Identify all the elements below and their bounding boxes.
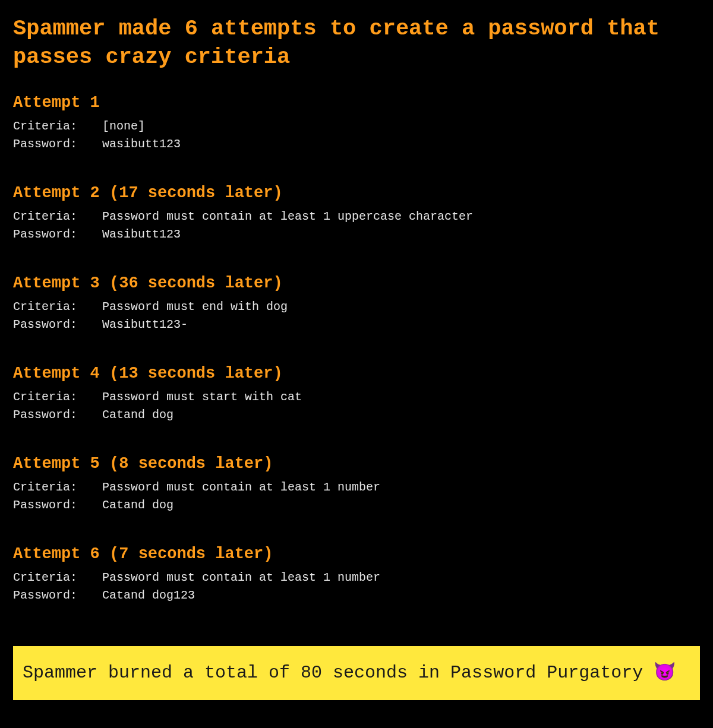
- password-row: Password:Wasibutt123-: [13, 316, 700, 334]
- attempt-heading: Attempt 5 (8 seconds later): [13, 455, 700, 473]
- criteria-label: Criteria:: [13, 388, 102, 406]
- attempt-heading: Attempt 1: [13, 94, 700, 112]
- criteria-value: Password must contain at least 1 upperca…: [102, 208, 700, 226]
- criteria-label: Criteria:: [13, 208, 102, 226]
- attempt-block: Attempt 1Criteria:[none]Password:wasibut…: [13, 94, 700, 153]
- password-value: Catand dog123: [102, 587, 700, 604]
- password-label: Password:: [13, 587, 102, 604]
- criteria-value: [none]: [102, 118, 700, 135]
- attempt-heading: Attempt 3 (36 seconds later): [13, 274, 700, 292]
- criteria-row: Criteria:Password must contain at least …: [13, 208, 700, 226]
- attempt-heading: Attempt 2 (17 seconds later): [13, 184, 700, 202]
- attempts-list: Attempt 1Criteria:[none]Password:wasibut…: [13, 94, 700, 604]
- criteria-row: Criteria:Password must end with dog: [13, 298, 700, 316]
- criteria-value: Password must end with dog: [102, 298, 700, 316]
- attempt-block: Attempt 3 (36 seconds later)Criteria:Pas…: [13, 274, 700, 334]
- attempt-block: Attempt 2 (17 seconds later)Criteria:Pas…: [13, 184, 700, 243]
- criteria-value: Password must contain at least 1 number: [102, 569, 700, 587]
- criteria-label: Criteria:: [13, 298, 102, 316]
- password-value: Wasibutt123: [102, 226, 700, 243]
- password-label: Password:: [13, 496, 102, 514]
- password-row: Password:Catand dog123: [13, 587, 700, 604]
- password-label: Password:: [13, 135, 102, 153]
- password-row: Password:Catand dog: [13, 496, 700, 514]
- password-label: Password:: [13, 226, 102, 243]
- attempt-block: Attempt 5 (8 seconds later)Criteria:Pass…: [13, 455, 700, 514]
- password-label: Password:: [13, 406, 102, 424]
- password-value: Wasibutt123-: [102, 316, 700, 334]
- password-row: Password:Catand dog: [13, 406, 700, 424]
- password-value: Catand dog: [102, 406, 700, 424]
- criteria-label: Criteria:: [13, 118, 102, 135]
- criteria-value: Password must contain at least 1 number: [102, 479, 700, 496]
- password-value: wasibutt123: [102, 135, 700, 153]
- password-value: Catand dog: [102, 496, 700, 514]
- summary-text: Spammer burned a total of 80 seconds in …: [23, 663, 654, 683]
- summary-box: Spammer burned a total of 80 seconds in …: [13, 646, 700, 700]
- criteria-row: Criteria:Password must contain at least …: [13, 479, 700, 496]
- attempt-heading: Attempt 6 (7 seconds later): [13, 545, 700, 563]
- password-label: Password:: [13, 316, 102, 334]
- attempt-block: Attempt 6 (7 seconds later)Criteria:Pass…: [13, 545, 700, 604]
- criteria-label: Criteria:: [13, 569, 102, 587]
- attempt-heading: Attempt 4 (13 seconds later): [13, 365, 700, 382]
- attempt-block: Attempt 4 (13 seconds later)Criteria:Pas…: [13, 365, 700, 424]
- criteria-value: Password must start with cat: [102, 388, 700, 406]
- criteria-label: Criteria:: [13, 479, 102, 496]
- criteria-row: Criteria:Password must start with cat: [13, 388, 700, 406]
- page-title: Spammer made 6 attempts to create a pass…: [13, 14, 700, 71]
- password-row: Password:wasibutt123: [13, 135, 700, 153]
- criteria-row: Criteria:Password must contain at least …: [13, 569, 700, 587]
- password-row: Password:Wasibutt123: [13, 226, 700, 243]
- devil-icon: 😈: [654, 659, 676, 687]
- criteria-row: Criteria:[none]: [13, 118, 700, 135]
